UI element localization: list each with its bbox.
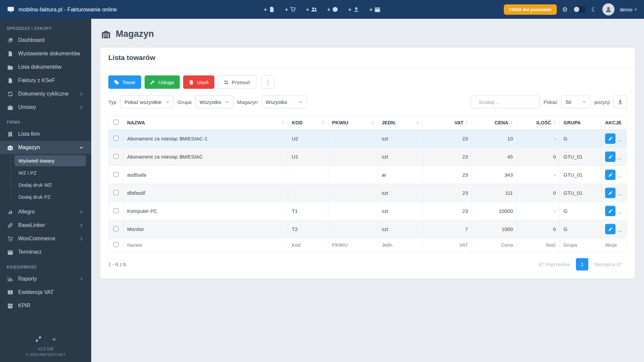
cell-grupa: G — [560, 220, 601, 238]
column-header-ilosc[interactable]: ILOŚĆ▲▼ — [517, 116, 560, 130]
grupa-select[interactable]: Wszystko — [195, 96, 233, 108]
more-actions-button[interactable]: ⋮ — [262, 75, 274, 89]
edit-button[interactable] — [605, 224, 615, 234]
plus-icon: + — [264, 7, 267, 12]
column-header-cena[interactable]: CENA▲▼ — [472, 116, 517, 130]
sidebar-item-label: Allegro — [18, 208, 73, 215]
cell-pkwiu — [328, 148, 378, 166]
search-input[interactable] — [478, 99, 535, 105]
sidebar-item-baselinker[interactable]: BaseLinker — [0, 219, 91, 232]
usluga-button[interactable]: Usługa — [145, 75, 180, 89]
theme-toggle[interactable] — [573, 6, 586, 13]
column-header-vat[interactable]: VAT▲▼ — [423, 116, 472, 130]
plus-icon: + — [306, 7, 309, 12]
row-checkbox[interactable] — [113, 172, 118, 177]
select-all-checkbox[interactable] — [113, 120, 118, 125]
table-row: MonitorT2szt710000G — [109, 220, 627, 238]
sidebar: SPRZEDAŻ I ZAKUPYDashboardWystawianie do… — [0, 19, 91, 362]
chevron-right-icon — [78, 223, 85, 228]
sidebar-item-raporty[interactable]: Raporty — [0, 272, 91, 286]
row-checkbox[interactable] — [113, 226, 118, 231]
moon-icon[interactable]: ☾ — [591, 6, 597, 13]
sidebar-item-label: Dashboard — [18, 37, 85, 44]
main-content: Magazyn Lista towarów Towar Usługa Usuń — [91, 19, 644, 362]
sidebar-section-header: SPRZEDAŻ I ZAKUPY — [0, 20, 91, 34]
cell-ilosc: 0 — [517, 148, 560, 166]
column-header-nazwa[interactable]: NAZWA▲▼ — [123, 116, 288, 130]
sidebar-item-wystawianie-dokumentow[interactable]: Wystawianie dokumentów — [0, 47, 91, 60]
file-icon — [269, 6, 275, 12]
row-checkbox[interactable] — [113, 154, 118, 159]
pagination-next[interactable]: Następna â†' — [590, 259, 627, 270]
edit-button[interactable] — [605, 133, 615, 144]
sidebar-item-dokumenty-cykliczne[interactable]: Dokumenty cykliczne — [0, 87, 91, 101]
cell-ilosc: 0 — [517, 184, 560, 202]
edit-button[interactable] — [605, 170, 615, 180]
sidebar-item-umowy[interactable]: Umowy — [0, 101, 91, 114]
column-header-kod[interactable]: KOD▲▼ — [288, 116, 328, 130]
toggle-knob — [574, 7, 579, 12]
sort-arrows-icon: ▲▼ — [466, 120, 468, 125]
magazyn-select[interactable]: Wszystko — [261, 96, 307, 108]
typ-select[interactable]: Pokaż wszystkie — [120, 96, 174, 108]
sidebar-item-ewidencja-vat[interactable]: Ewidencja VAT — [0, 286, 91, 299]
usun-button[interactable]: Usuń — [183, 75, 214, 89]
row-checkbox[interactable] — [113, 190, 118, 195]
table-row: Komputer PCT1szt2310000-G — [109, 202, 627, 220]
user-menu[interactable]: demo ▾ — [620, 7, 637, 12]
chevron-down-icon — [299, 100, 303, 104]
quick-add-upload-icon[interactable]: + — [348, 6, 359, 12]
row-checkbox[interactable] — [113, 208, 118, 213]
expand-icon[interactable] — [36, 336, 41, 342]
sidebar-item-lista-dokumentow[interactable]: Lista dokumentów — [0, 60, 91, 74]
sidebar-item-lista-firm[interactable]: Lista firm — [0, 127, 91, 141]
avatar[interactable] — [602, 3, 614, 15]
column-header-pkwiu[interactable]: PKWIU▲▼ — [328, 116, 378, 130]
collapse-sidebar-icon[interactable]: « — [53, 336, 56, 342]
column-header-label: JEDN. — [382, 120, 396, 125]
cell-jedn: szt — [378, 184, 423, 202]
download-button[interactable] — [613, 96, 627, 108]
quick-add-calendar-icon[interactable]: + — [369, 6, 380, 12]
card-body: Towar Usługa Usuń Przesuń ⋮ Typ — [100, 68, 635, 279]
navbar-right: 74043 dni pozostało ⚙ ☾ demo ▾ — [504, 3, 637, 15]
row-select-cell — [109, 220, 123, 238]
row-checkbox[interactable] — [113, 136, 118, 141]
sidebar-subitem-wz-i-pz[interactable]: WZ i PZ — [14, 167, 86, 178]
caret-down-icon: ▾ — [635, 7, 637, 12]
chevron-down-icon — [165, 100, 169, 104]
brand-link[interactable]: mobilna-faktura.pl - Fakturowanie online — [7, 6, 117, 13]
chart-icon — [7, 276, 13, 282]
sidebar-subitem-dodaj-druk-wz[interactable]: Dodaj druk WZ — [14, 179, 86, 190]
pagination-previous[interactable]: â† Poprzednia — [534, 259, 574, 270]
sidebar-item-allegro[interactable]: aAllegro — [0, 205, 91, 219]
edit-button[interactable] — [605, 188, 615, 198]
edit-button[interactable] — [605, 206, 615, 216]
warehouse-icon — [101, 29, 111, 39]
footer-checkbox[interactable] — [113, 242, 118, 247]
sidebar-item-faktury-z-ksef[interactable]: Faktury z KSeF — [0, 74, 91, 87]
edit-button[interactable] — [605, 152, 615, 162]
chevron-right-icon — [78, 105, 85, 110]
sidebar-item-woocommerce[interactable]: WooCommerce — [0, 232, 91, 245]
quick-add-file-icon[interactable]: + — [264, 6, 275, 12]
sidebar-menu: SPRZEDAŻ I ZAKUPYDashboardWystawianie do… — [0, 19, 91, 332]
gear-icon[interactable]: ⚙ — [562, 6, 568, 13]
przesun-button[interactable]: Przesuń — [218, 75, 256, 89]
pagination-page-1[interactable]: 1 — [576, 258, 588, 270]
sidebar-item-dashboard[interactable]: Dashboard — [0, 34, 91, 47]
sidebar-subitem-dodaj-druk-pz[interactable]: Dodaj druk PZ — [14, 191, 86, 202]
quick-add-box-icon[interactable]: + — [327, 6, 338, 12]
chevron-right-icon — [78, 277, 85, 281]
column-header-jedn[interactable]: JEDN.▲▼ — [378, 116, 423, 130]
towar-button[interactable]: Towar — [108, 75, 141, 89]
quick-add-cart-icon[interactable]: + — [285, 6, 296, 12]
sidebar-item-terminarz[interactable]: Terminarz — [0, 245, 91, 259]
page-size-select[interactable]: 50 — [561, 96, 591, 108]
quick-add-users-icon[interactable]: + — [306, 6, 317, 12]
calendar-icon — [374, 6, 380, 12]
sidebar-subitem-wyswietl-towary[interactable]: Wyświetl towary — [14, 155, 86, 166]
sidebar-item-kpir[interactable]: KPiR — [0, 299, 91, 312]
days-left-badge[interactable]: 74043 dni pozostało — [504, 4, 557, 15]
sidebar-item-magazyn[interactable]: Magazyn — [0, 141, 91, 154]
